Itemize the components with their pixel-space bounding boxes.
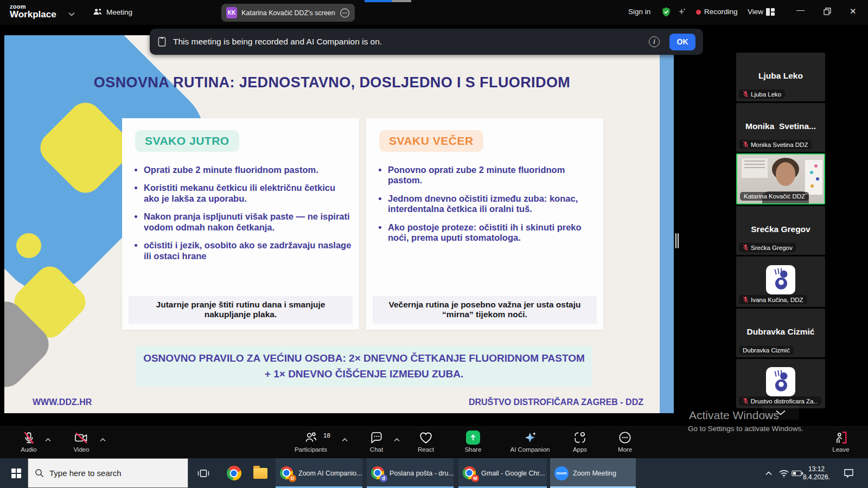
participant-name-label: Dubravka Cizmić [743, 347, 790, 354]
mic-muted-icon [743, 397, 749, 404]
mic-muted-icon [743, 141, 749, 148]
search-icon [35, 468, 44, 478]
shared-screen-tab-label: Katarina Kovačić DDZ's screen [241, 9, 335, 17]
recording-banner-text: This meeting is being recorded and AI Co… [173, 37, 382, 47]
slide-title: OSNOVNA RUTINA: JEDNOSTAVNO, DOSLJEDNO I… [4, 74, 660, 91]
participant-name-pill: Drustvo distroficara Za... [739, 396, 821, 406]
tray-chevron-icon[interactable] [762, 458, 775, 488]
search-input[interactable]: Type here to search [28, 458, 188, 488]
decor-blue-strip [660, 35, 674, 413]
participant-display-name: Dubravka Cizmić [736, 327, 825, 337]
tab-shared-screen[interactable]: KK Katarina Kovačić DDZ's screen [221, 4, 355, 22]
windows-taskbar: Type here to search DZoom AI Companio...… [0, 458, 868, 488]
taskbar-app-zoom-meeting[interactable]: zoomZoom Meeting [550, 458, 636, 488]
morning-badge: SVAKO JUTRO [135, 130, 239, 152]
clock-time: 13:12 [808, 465, 825, 473]
ai-sparkle-icon [677, 7, 687, 19]
top-edge-blue-indicator [365, 0, 392, 2]
recording-dot-icon [696, 10, 701, 15]
view-button[interactable]: View [748, 8, 763, 16]
participant-name-pill: Ivana Kučina, DDZ [739, 295, 807, 304]
participant-display-name: Srećka Gregov [736, 224, 825, 234]
chrome-icon: M [463, 466, 477, 480]
slide-bullet: Jednom dnevno očistiti između zuba: kona… [388, 194, 596, 215]
zoom-app-icon: zoom [554, 466, 569, 480]
camera-muted-icon [74, 430, 89, 445]
participants-button[interactable]: Participants [281, 430, 341, 453]
chat-icon [369, 430, 384, 445]
participant-name-label: Drustvo distroficara Za... [751, 398, 818, 404]
participant-tile[interactable]: Ivana Kučina, DDZ [736, 256, 825, 307]
audio-options-chevron[interactable] [45, 434, 51, 444]
participant-tile[interactable]: Srećka GregovSrećka Gregov [736, 206, 825, 255]
evening-badge: SVAKU VEČER [379, 130, 483, 152]
participants-icon [304, 430, 318, 445]
ddz-logo-icon [768, 369, 793, 394]
title-bar: zoom Workplace Meeting KK Katarina Kovač… [0, 0, 868, 25]
participant-name-label: Monika Svetina DDZ [751, 142, 808, 148]
recording-banner-icon [157, 36, 167, 47]
sign-in-link[interactable]: Sign in [628, 8, 650, 16]
participant-avatar [766, 367, 795, 396]
restore-button[interactable] [824, 8, 831, 17]
favicon-badge: M [471, 474, 479, 482]
more-button[interactable]: More [595, 430, 655, 453]
tab-meeting[interactable]: Meeting [106, 8, 132, 16]
system-clock[interactable]: 13:12 8.4.2026. [795, 458, 838, 488]
activate-windows-hint: Go to Settings to activate Windows. [688, 425, 803, 433]
participant-name-label: Srećka Gregov [751, 245, 793, 251]
mic-muted-icon [743, 296, 749, 303]
chrome-taskbar-icon[interactable] [222, 458, 246, 488]
morning-card: SVAKO JUTRO Oprati zube 2 minute fluorid… [122, 118, 359, 330]
tab-more-icon[interactable] [340, 8, 350, 18]
share-button[interactable]: Share [443, 430, 503, 453]
workplace-logo: Workplace [10, 9, 56, 20]
workspace-chevron-icon[interactable] [68, 9, 75, 18]
clock-date: 8.4.2026. [803, 473, 830, 481]
participant-tile[interactable]: Monika Svetina...Monika Svetina DDZ [736, 103, 825, 152]
shield-check-icon [661, 7, 672, 20]
file-explorer-icon[interactable] [248, 458, 272, 488]
panel-resize-handle[interactable] [675, 233, 680, 248]
participant-tile[interactable]: Drustvo distroficara Za... [736, 359, 825, 408]
action-center-icon[interactable] [840, 458, 857, 488]
minimize-button[interactable]: — [796, 5, 805, 14]
participant-tile[interactable]: Dubravka CizmićDubravka Cizmić [736, 309, 825, 357]
decor-yellow-circle [16, 233, 41, 258]
taskbar-app-chrome-0[interactable]: DZoom AI Companio... [276, 458, 362, 488]
start-button[interactable] [5, 458, 27, 488]
task-view-button[interactable] [192, 458, 215, 488]
activate-windows-watermark: Activate Windows [689, 409, 779, 422]
rule-band: OSNOVNO PRAVILO ZA VEĆINU OSOBA: 2× DNEV… [136, 346, 592, 387]
participant-name-label: Ljuba Leko [751, 91, 781, 98]
participant-name-pill: Dubravka Cizmić [739, 346, 794, 355]
leave-icon [834, 430, 848, 445]
participant-avatar [766, 265, 795, 294]
slide-bullet: očistiti i jezik, osobito ako se zadržav… [144, 240, 352, 261]
info-icon[interactable]: i [649, 36, 660, 47]
taskbar-app-label: Zoom Meeting [573, 470, 616, 477]
participant-tile[interactable]: Katarina Kovačić DDZ [736, 153, 825, 204]
close-button[interactable]: ✕ [850, 7, 857, 16]
chrome-icon: d [371, 466, 385, 480]
favicon-badge: D [289, 474, 296, 482]
apps-icon [573, 430, 587, 445]
ok-button[interactable]: OK [669, 34, 695, 50]
leave-button[interactable]: Leave [811, 430, 868, 453]
taskbar-app-label: Poslana pošta - dru... [390, 470, 454, 477]
taskbar-app-label: Zoom AI Companio... [298, 470, 362, 477]
recording-label: Recording [704, 8, 738, 16]
participant-name-label: Katarina Kovačić DDZ [744, 193, 805, 200]
view-grid-icon[interactable] [766, 8, 775, 18]
slide-bullet: Nakon pranja ispljunuti višak paste — ne… [144, 211, 352, 233]
taskbar-app-label: Gmail - Google Chr... [481, 470, 545, 477]
zoom-meeting-window: zoom Workplace Meeting KK Katarina Kovač… [0, 0, 868, 488]
wifi-icon[interactable] [777, 458, 791, 488]
shared-screen-slide: OSNOVNA RUTINA: JEDNOSTAVNO, DOSLJEDNO I… [4, 35, 674, 413]
participant-display-name: Ljuba Leko [736, 71, 825, 81]
participant-tile[interactable]: Ljuba LekoLjuba Leko [736, 53, 825, 101]
video-options-chevron[interactable] [100, 434, 106, 444]
chrome-icon: D [280, 466, 294, 480]
taskbar-app-chrome-2[interactable]: MGmail - Google Chr... [458, 458, 547, 488]
taskbar-app-chrome-1[interactable]: dPoslana pošta - dru... [367, 458, 454, 488]
